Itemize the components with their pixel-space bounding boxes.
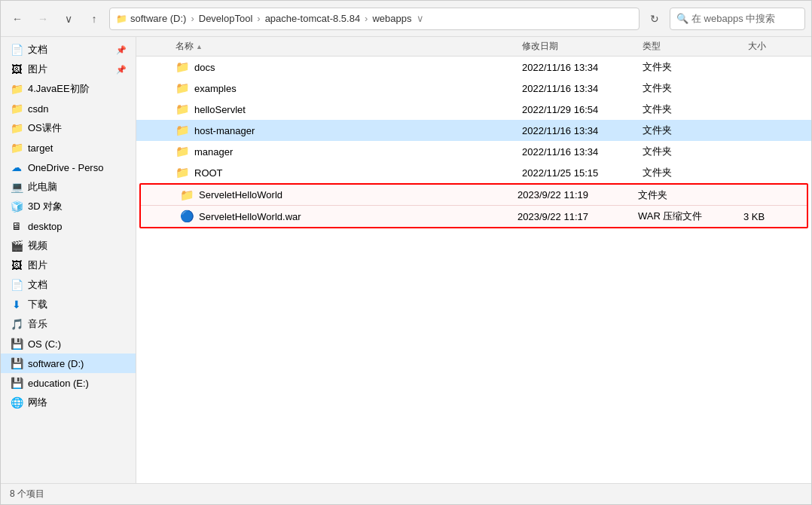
file-name-cell: 📁 ServeletHelloWorld: [177, 188, 514, 202]
sidebar-item-label: 4.JavaEE初阶: [28, 82, 90, 96]
drive-d-icon: 💾: [10, 357, 23, 369]
desktop-icon: 🖥: [10, 220, 23, 232]
folder-icon: 📁: [176, 103, 190, 116]
col-size-header[interactable]: 大小: [745, 40, 805, 53]
refresh-button[interactable]: ↻: [644, 8, 665, 29]
sidebar-item-javaee[interactable]: 📁 4.JavaEE初阶: [1, 79, 136, 99]
file-modified: 2023/9/22 11:17: [514, 211, 635, 222]
sidebar-item-music[interactable]: 🎵 音乐: [1, 314, 136, 334]
sidebar-item-oskejian[interactable]: 📁 OS课件: [1, 118, 136, 138]
onedrive-icon: ☁: [10, 161, 23, 173]
file-name-cell: 📁 ROOT: [172, 166, 519, 179]
up-options-button[interactable]: ∨: [58, 8, 79, 29]
file-name-cell: 📁 examples: [172, 81, 519, 95]
search-box[interactable]: 🔍 在 webapps 中搜索: [670, 8, 805, 30]
file-name: examples: [194, 83, 237, 94]
folder-icon: 📁: [10, 122, 23, 134]
sidebar-item-csdn[interactable]: 📁 csdn: [1, 99, 136, 118]
col-size-label: 大小: [748, 40, 766, 53]
breadcrumb-developtool: DevelopTool: [199, 13, 253, 24]
file-name: manager: [194, 146, 233, 158]
sidebar-item-thispc[interactable]: 💻 此电脑: [1, 177, 136, 197]
file-list-area: 名称 ▲ 修改日期 类型 大小 📁: [136, 37, 811, 483]
document-icon: 📄: [10, 44, 23, 56]
sidebar-item-onedrive[interactable]: ☁ OneDrive - Perso: [1, 158, 136, 177]
file-type: 文件夹: [640, 60, 745, 74]
status-bar: 8 个项目: [1, 483, 811, 504]
content-area: 📄 文档 📌 🖼 图片 📌 📁 4.JavaEE初阶 📁 csdn 📁 OS课件: [1, 37, 811, 483]
sidebar-item-label: 音乐: [28, 317, 47, 331]
computer-icon: 💻: [10, 181, 23, 193]
sidebar-item-label: 下载: [28, 298, 47, 311]
file-name: ServeletHelloWorld: [199, 189, 282, 200]
sidebar-item-label: 图片: [28, 259, 47, 272]
sidebar-item-pictures[interactable]: 🖼 图片 📌: [1, 60, 136, 79]
download-icon: ⬇: [10, 298, 23, 311]
3d-icon: 🧊: [10, 200, 23, 213]
sidebar-item-3d[interactable]: 🧊 3D 对象: [1, 197, 136, 216]
war-icon: 🔵: [180, 210, 194, 223]
file-row[interactable]: 🔵 ServeletHelloWorld.war 2023/9/22 11:17…: [141, 206, 807, 227]
file-type: 文件夹: [640, 145, 745, 158]
breadcrumb-tomcat: apache-tomcat-8.5.84: [265, 13, 360, 24]
file-type: 文件夹: [640, 81, 745, 95]
sidebar-item-downloads[interactable]: ⬇ 下载: [1, 295, 136, 314]
back-button[interactable]: ←: [7, 8, 28, 29]
video-icon: 🎬: [10, 240, 23, 252]
sidebar-item-label: 图片: [28, 63, 47, 76]
file-modified: 2022/11/16 13:34: [519, 146, 640, 158]
file-row[interactable]: 📁 manager 2022/11/16 13:34 文件夹: [136, 141, 811, 162]
sidebar-item-educatione[interactable]: 💾 education (E:): [1, 373, 136, 393]
sidebar-item-documents[interactable]: 📄 文档 📌: [1, 40, 136, 60]
forward-button[interactable]: →: [32, 8, 53, 29]
folder-icon: 📁: [176, 124, 190, 137]
breadcrumb-webapps: webapps: [372, 13, 411, 24]
sidebar-item-pictures2[interactable]: 🖼 图片: [1, 256, 136, 275]
item-count: 8 个项目: [10, 488, 44, 500]
file-type: WAR 压缩文件: [635, 210, 740, 223]
sidebar-item-label: 此电脑: [28, 180, 57, 194]
file-modified: 2023/9/22 11:19: [514, 189, 635, 200]
col-modified-header[interactable]: 修改日期: [519, 40, 640, 53]
file-name-cell: 📁 helloServlet: [172, 103, 519, 116]
sidebar-item-label: 3D 对象: [28, 200, 63, 213]
search-icon: 🔍: [676, 13, 688, 24]
address-bar[interactable]: 📁 software (D:) › DevelopTool › apache-t…: [109, 8, 640, 30]
col-name-label: 名称: [176, 40, 194, 53]
sidebar-item-label: desktop: [28, 221, 63, 232]
doc-icon: 📄: [10, 279, 23, 291]
sidebar-item-osc[interactable]: 💾 OS (C:): [1, 334, 136, 354]
folder-icon: 📁: [10, 83, 23, 95]
explorer-window: ← → ∨ ↑ 📁 software (D:) › DevelopTool › …: [0, 0, 812, 505]
file-name: helloServlet: [194, 104, 246, 115]
sidebar-item-label: 网络: [28, 396, 47, 409]
sidebar-item-label: education (E:): [28, 378, 89, 389]
sidebar-item-label: OneDrive - Perso: [28, 162, 103, 173]
file-modified: 2022/11/16 13:34: [519, 62, 640, 73]
sidebar-item-label: 文档: [28, 278, 47, 292]
col-name-header[interactable]: 名称 ▲: [172, 40, 519, 53]
sidebar-item-videos[interactable]: 🎬 视频: [1, 236, 136, 256]
sidebar-item-label: OS课件: [28, 121, 62, 135]
music-icon: 🎵: [10, 318, 23, 330]
file-row[interactable]: 📁 examples 2022/11/16 13:34 文件夹: [136, 78, 811, 99]
file-row[interactable]: 📁 host-manager 2022/11/16 13:34 文件夹: [136, 120, 811, 141]
sidebar-item-desktop[interactable]: 🖥 desktop: [1, 216, 136, 236]
folder-icon: 📁: [176, 166, 190, 179]
sidebar-item-label: software (D:): [28, 358, 84, 369]
sidebar-item-docs2[interactable]: 📄 文档: [1, 275, 136, 295]
file-row[interactable]: 📁 helloServlet 2022/11/29 16:54 文件夹: [136, 99, 811, 120]
col-type-header[interactable]: 类型: [640, 40, 745, 53]
drive-icon: 📁: [116, 14, 127, 24]
file-size: 3 KB: [740, 211, 801, 222]
file-row[interactable]: 📁 docs 2022/11/16 13:34 文件夹: [136, 57, 811, 78]
sidebar-item-network[interactable]: 🌐 网络: [1, 393, 136, 412]
up-button[interactable]: ↑: [84, 8, 105, 29]
folder-icon: 📁: [176, 145, 190, 158]
file-modified: 2022/11/16 13:34: [519, 83, 640, 94]
file-row[interactable]: 📁 ROOT 2022/11/25 15:15 文件夹: [136, 162, 811, 183]
sidebar-item-target[interactable]: 📁 target: [1, 138, 136, 158]
file-row[interactable]: 📁 ServeletHelloWorld 2023/9/22 11:19 文件夹: [141, 185, 807, 206]
sidebar-item-softwared[interactable]: 💾 software (D:): [1, 354, 136, 373]
column-header: 名称 ▲ 修改日期 类型 大小: [136, 37, 811, 57]
